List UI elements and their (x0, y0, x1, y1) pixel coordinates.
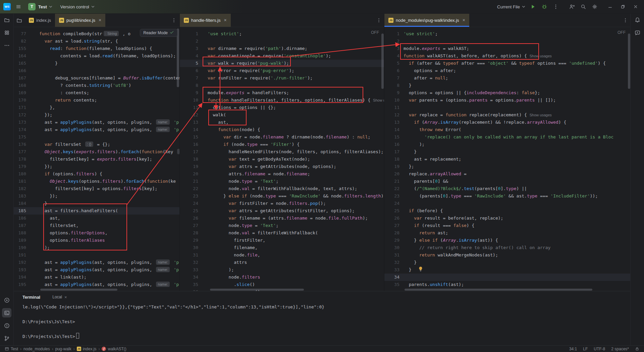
code-line[interactable]: 165} (13, 60, 179, 67)
code-line[interactable]: 181Object.keys(options.filters).forEach(… (13, 178, 179, 185)
notifications-bell-icon[interactable] (631, 13, 644, 26)
code-line[interactable]: 17handleNestedFilters(node, filters, opt… (180, 148, 384, 156)
code-line[interactable]: 189options.filterAliases (13, 237, 179, 244)
breadcrumb-item[interactable]: Test (5, 347, 18, 351)
more-actions-icon[interactable] (551, 2, 561, 12)
code-line[interactable]: 168? contents.toString('utf8') (13, 82, 179, 89)
horizontal-scrollbar[interactable] (40, 289, 117, 291)
code-line[interactable]: 15var dir = node.filename ? dirname(node… (180, 133, 384, 141)
restore-button[interactable] (617, 2, 629, 12)
code-line[interactable]: 10var parents = (options.parents = optio… (384, 97, 631, 104)
code-line[interactable]: 13ast, (180, 119, 384, 126)
breadcrumb-item[interactable]: pug-walk (55, 347, 71, 351)
code-line[interactable]: 28return ast; (384, 229, 631, 237)
code-line[interactable]: 188options.filterOptions, (13, 229, 179, 237)
code-line[interactable]: 11 (384, 104, 631, 111)
code-line[interactable]: 8 (180, 82, 384, 89)
code-line[interactable]: 174ast = applyPlugins(ast, options, plug… (13, 126, 179, 133)
code-line[interactable]: 179}); (13, 163, 179, 170)
code-line[interactable]: 182filtersSet[key] = options.filters[key… (13, 185, 179, 192)
editor-tab[interactable]: JSnode_modules\pug-walk\index.js× (384, 13, 469, 27)
code-line[interactable]: 169: contents; (13, 89, 179, 97)
code-line[interactable]: 35parents.unshift(ast); (384, 281, 631, 288)
code-line[interactable]: 9module.exports = handleFilters; (180, 89, 384, 97)
code-line[interactable]: 16if (node.type === 'Filter') { (180, 141, 384, 148)
code-line[interactable]: 12walk( (180, 111, 384, 119)
code-line[interactable]: 2 (384, 38, 631, 45)
code-line[interactable]: 33); (180, 266, 384, 274)
code-line[interactable]: 3var dirname = require('path').dirname; (180, 45, 384, 52)
code-line[interactable]: 18ast = replacement; (384, 156, 631, 163)
code-line[interactable]: 10function handleFilters(ast, filters, o… (180, 97, 384, 104)
code-line[interactable]: 26var result = before(ast, replace); (384, 215, 631, 222)
code-line[interactable]: 177Object.keys(exports.filters).forEach(… (13, 148, 179, 156)
code-line[interactable]: 155read: function(filename, loadOptions)… (13, 45, 179, 52)
more-tools-icon[interactable] (0, 39, 13, 52)
code-line[interactable]: 22node.val = filterWithFallback(node, te… (180, 185, 384, 192)
code-line[interactable]: 32attrs (180, 259, 384, 266)
code-line[interactable]: 32} (384, 259, 631, 266)
code-line[interactable]: 25if (before) { (384, 207, 631, 215)
code-line[interactable]: 12var replace = function replace(replace… (384, 111, 631, 119)
breadcrumb-item[interactable]: node_modules (23, 347, 50, 351)
code-line[interactable]: 185ast = filters.handleFilters( (13, 207, 179, 215)
add-user-icon[interactable] (567, 2, 577, 12)
breadcrumb-item[interactable]: JSindex.js (77, 347, 97, 351)
lock-icon[interactable] (635, 347, 639, 351)
close-icon[interactable]: × (64, 295, 67, 300)
code-line[interactable]: 29} else if (Array.isArray(ast)) { (384, 237, 631, 244)
close-button[interactable] (630, 2, 641, 12)
code-line[interactable]: 24var firstFilter = node.filters.pop(); (180, 200, 384, 207)
select-in-project-icon[interactable] (13, 13, 25, 27)
git-tool-icon[interactable] (0, 332, 13, 345)
close-tab-icon[interactable]: × (463, 17, 465, 23)
tab-options-kebab-icon[interactable] (620, 13, 631, 27)
code-line[interactable]: 11options = options || {}; (180, 104, 384, 111)
problems-tool-icon[interactable] (0, 319, 13, 332)
code-line[interactable]: 183}); (13, 192, 179, 200)
code-line[interactable]: 82var ast = load.string(str, { (13, 38, 179, 45)
code-line[interactable]: 27if (result === false) { (384, 222, 631, 229)
vertical-scrollbar[interactable] (381, 34, 384, 89)
code-line[interactable]: 34node.filters (180, 274, 384, 281)
version-control-menu[interactable]: Version control (60, 4, 89, 9)
tab-options-kebab-icon[interactable] (373, 13, 384, 27)
code-line[interactable]: 1'use strict'; (384, 30, 631, 38)
code-area[interactable]: 1'use strict';23module.exports = walkAST… (384, 27, 631, 291)
editor-tab[interactable]: JSindex.js (25, 13, 55, 27)
code-line[interactable]: 29firstFilter, (180, 237, 384, 244)
code-line[interactable]: 175 (13, 133, 179, 141)
code-line[interactable]: 15'replace() can only be called with an … (384, 133, 631, 141)
search-icon[interactable] (578, 2, 588, 12)
terminal-output[interactable]: le.log(\"Code Injection!\")</script>"}},… (13, 303, 631, 340)
status-item[interactable]: LF (583, 347, 588, 351)
vertical-scrollbar[interactable] (628, 34, 630, 89)
close-tab-icon[interactable]: × (99, 17, 101, 23)
code-line[interactable]: 164contents = load.read(filename, loadOp… (13, 52, 179, 60)
highlighting-level-off[interactable]: OFF (618, 30, 626, 35)
code-line[interactable]: 28node.val = filterFileWithFallback( (180, 229, 384, 237)
code-line[interactable]: 23} else if (node.type === 'RawInclude' … (180, 192, 384, 200)
code-line[interactable]: 192ast = applyPlugins(ast, options, plug… (13, 259, 179, 266)
tab-options-kebab-icon[interactable] (168, 13, 179, 27)
status-item[interactable]: UTF-8 (594, 347, 605, 351)
terminal-title[interactable]: Terminal (22, 295, 40, 300)
code-line[interactable]: 180if (options.filters) { (13, 170, 179, 178)
highlighting-level-off[interactable]: OFF (371, 30, 379, 35)
code-line[interactable]: 8} (384, 82, 631, 89)
project-name[interactable]: Test (38, 4, 47, 9)
code-line[interactable]: 14function(node) { (180, 126, 384, 133)
editor-tab[interactable]: JSpug\lib\index.js× (55, 13, 105, 27)
structure-tool-icon[interactable] (0, 26, 13, 39)
close-tab-icon[interactable]: × (224, 17, 226, 23)
terminal-tool-icon[interactable] (0, 306, 13, 319)
code-line[interactable]: 194ast = link(ast); (13, 274, 179, 281)
code-line[interactable]: 25var attrs = getAttributes(firstFilter,… (180, 207, 384, 215)
code-line[interactable]: 34 (384, 274, 631, 281)
code-line[interactable]: 24 (384, 200, 631, 207)
code-line[interactable]: 2 (180, 38, 384, 45)
horizontal-scrollbar[interactable] (405, 289, 592, 291)
code-line[interactable]: 17} (384, 148, 631, 156)
services-tool-icon[interactable] (0, 294, 13, 306)
code-line[interactable]: 7var runFilter = require('./run-filter')… (180, 74, 384, 82)
